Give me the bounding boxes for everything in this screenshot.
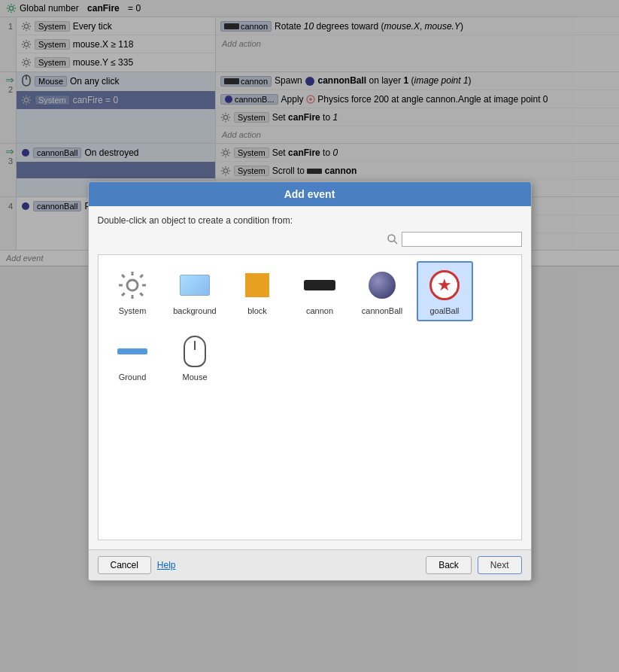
cannon-object-icon: [302, 267, 338, 303]
modal-overlay: Add event Double-click an object to crea…: [0, 0, 619, 672]
background-object-icon: [177, 267, 213, 303]
svg-point-18: [388, 235, 395, 242]
system-object-icon: [114, 267, 150, 303]
ground-object-icon: [114, 333, 150, 369]
ground-label-grid: Ground: [119, 372, 147, 382]
dialog-title-bar: Add event: [89, 182, 531, 206]
dialog-footer: Cancel Help Back Next: [89, 549, 531, 580]
svg-line-19: [394, 241, 397, 244]
mouse-line: [194, 341, 196, 350]
footer-left: Cancel Help: [98, 556, 176, 574]
goalball-shape: ★: [429, 270, 460, 300]
object-system[interactable]: System: [105, 261, 161, 321]
block-label-grid: block: [247, 306, 267, 315]
goalball-object-icon: ★: [426, 267, 463, 303]
mouse-label-grid: Mouse: [182, 372, 207, 382]
background-label-grid: background: [173, 306, 217, 315]
cannon-icon-wrapper: [302, 267, 338, 303]
block-shape: [245, 273, 269, 297]
goalball-star-icon: ★: [437, 277, 452, 293]
system-gear-icon: [117, 270, 147, 300]
mouse-object-icon: [177, 333, 213, 369]
ground-icon-wrapper: [114, 333, 150, 369]
search-row: [98, 232, 522, 247]
cannonball-shape: [369, 272, 396, 299]
cannon-barrel: [304, 280, 335, 290]
cancel-button[interactable]: Cancel: [98, 556, 151, 574]
dialog-title: Add event: [284, 188, 335, 200]
object-background[interactable]: background: [167, 261, 223, 321]
mouse-shape: [184, 336, 206, 367]
object-cannon[interactable]: cannon: [292, 261, 348, 321]
add-event-dialog: Add event Double-click an object to crea…: [88, 181, 532, 581]
system-label-grid: System: [119, 306, 147, 315]
ground-shape: [117, 348, 147, 354]
cannon-label-grid: cannon: [306, 306, 333, 315]
help-button[interactable]: Help: [157, 556, 176, 574]
cannonball-label-grid: cannonBall: [362, 306, 402, 315]
objects-grid: System background block: [98, 254, 522, 540]
svg-point-20: [127, 280, 138, 290]
back-button[interactable]: Back: [426, 556, 472, 574]
goalball-label-grid: goalBall: [429, 306, 459, 315]
dialog-instruction: Double-click an object to create a condi…: [98, 215, 522, 226]
cannonball-object-icon: [364, 267, 400, 303]
background-shape: [180, 275, 210, 296]
block-object-icon: [239, 267, 275, 303]
object-mouse[interactable]: Mouse: [167, 327, 223, 388]
object-block[interactable]: block: [229, 261, 286, 321]
mouse-icon-wrapper: [177, 333, 213, 369]
footer-right: Back Next: [426, 556, 521, 574]
object-ground[interactable]: Ground: [105, 327, 161, 388]
search-input[interactable]: [402, 232, 522, 247]
search-icon: [387, 233, 399, 245]
dialog-body: Double-click an object to create a condi…: [89, 206, 531, 549]
object-goalball[interactable]: ★ goalBall: [417, 261, 473, 321]
object-cannonball[interactable]: cannonBall: [354, 261, 411, 321]
next-button[interactable]: Next: [478, 556, 522, 574]
